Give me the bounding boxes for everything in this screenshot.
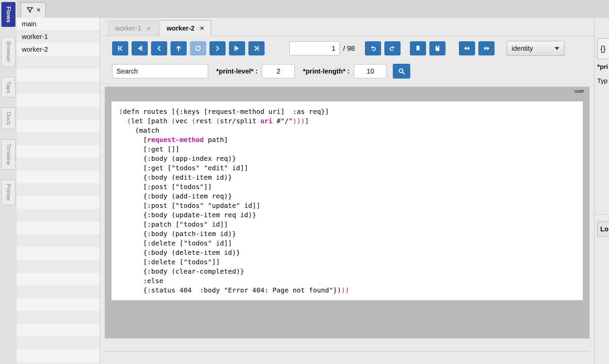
top-strip: × <box>17 0 609 17</box>
right-panel-text-2: Typ <box>597 77 608 85</box>
code-line: {:status 404 :body "Error 404: Page not … <box>119 285 575 295</box>
code-line: {:body (clear-completed)} <box>119 267 575 276</box>
search-button[interactable] <box>393 64 410 79</box>
print-length-input[interactable] <box>354 64 387 78</box>
thread-tab-label: worker-1 <box>115 25 141 32</box>
side-tab-timeline[interactable]: Timeline <box>1 139 15 170</box>
step-next-icon <box>214 45 221 52</box>
dropdown-value: identity <box>512 45 533 52</box>
undo-button[interactable] <box>365 41 381 55</box>
step-out-button[interactable] <box>171 41 187 55</box>
step-prev-over-button[interactable] <box>132 41 148 55</box>
side-tab-label: Printer <box>5 184 12 201</box>
print-level-input[interactable] <box>262 64 295 78</box>
step-last-icon <box>253 45 260 52</box>
side-tab-browser[interactable]: Browser <box>1 37 15 66</box>
undo-icon <box>369 45 377 52</box>
side-tab-label: Taps <box>5 81 12 93</box>
code-line: {:body (update-item req id)} <box>119 210 575 220</box>
close-icon[interactable]: × <box>37 6 41 14</box>
side-tab-printer[interactable]: Printer <box>1 180 15 205</box>
code-line: [:get []] <box>119 144 575 154</box>
side-tab-flows[interactable]: Flows <box>1 2 15 27</box>
code-panel[interactable]: (defn routes [{:keys [request-method uri… <box>111 101 583 300</box>
flow-main-panel: worker-1 × worker-2 × <box>100 17 594 364</box>
filter-tab[interactable]: × <box>21 2 46 17</box>
step-next-button[interactable] <box>209 41 226 55</box>
flow-list: main worker-1 worker-2 <box>17 17 100 364</box>
save-bookmark-icon <box>434 45 441 52</box>
value-transform-dropdown[interactable]: identity <box>507 41 564 56</box>
toolbar-divider <box>100 84 590 84</box>
code-line: {:body (patch-item id)} <box>119 229 575 238</box>
search-toolbar: *print-level* : *print-length* : <box>112 64 410 79</box>
code-line: [request-method path] <box>119 135 575 144</box>
code-block: (defn routes [{:keys [request-method uri… <box>119 107 575 295</box>
code-line: [:delete ["todos" id]] <box>119 238 575 248</box>
thread-tabbar: worker-1 × worker-2 × <box>100 20 594 36</box>
code-line: (let [path (vec (rest (str/split uri #"/… <box>119 116 575 126</box>
code-line: {:body (add-item req)} <box>119 191 575 201</box>
code-line: [:get ["todos" "edit" id]] <box>119 163 575 173</box>
code-line: [:post ["todos"]] <box>119 182 575 191</box>
print-level-label: *print-level* : <box>216 67 257 75</box>
refresh-button[interactable] <box>190 41 206 55</box>
code-line: {:body (delete-item id)} <box>119 248 575 257</box>
bookmark-button[interactable] <box>410 41 426 55</box>
step-first-icon <box>116 45 124 52</box>
jump-backward-button[interactable] <box>459 41 475 55</box>
filter-icon <box>26 6 34 14</box>
step-prev-over-icon <box>136 45 143 52</box>
code-line: {:body (app-index req)} <box>119 154 575 163</box>
step-prev-icon <box>155 45 163 52</box>
flow-item-main[interactable]: main <box>17 17 100 30</box>
step-next-over-button[interactable] <box>229 41 245 55</box>
chevron-down-icon <box>555 47 559 50</box>
print-length-label: *print-length* : <box>303 67 349 75</box>
thread-code-area: user (defn routes [{:keys [request-metho… <box>105 87 590 338</box>
right-panel-divider <box>595 214 609 215</box>
code-line: (match <box>119 126 575 135</box>
jump-forward-button[interactable] <box>478 41 495 55</box>
code-line: (defn routes [{:keys [request-method uri… <box>119 107 575 116</box>
right-panel-text-1: *pri <box>597 63 608 71</box>
code-line: :else <box>119 276 575 285</box>
thread-tab-label: worker-2 <box>167 25 194 32</box>
locals-header: Lo <box>597 222 609 236</box>
code-line: [:delete ["todos"]] <box>119 257 575 267</box>
step-next-over-icon <box>233 45 241 52</box>
side-tab-docs[interactable]: Docs <box>1 107 15 129</box>
side-tab-taps[interactable]: Taps <box>1 77 15 98</box>
search-icon <box>397 67 406 75</box>
code-line: [:patch ["todos" id]] <box>119 220 575 229</box>
code-line: [:post ["todos" "update" id]] <box>119 201 575 210</box>
redo-button[interactable] <box>384 41 401 55</box>
bookmark-icon <box>414 45 422 52</box>
position-total-label: / 98 <box>343 44 355 52</box>
refresh-icon <box>194 45 202 52</box>
step-prev-button[interactable] <box>151 41 167 55</box>
thread-user-label: user <box>574 88 584 94</box>
side-tab-label: Timeline <box>5 144 12 165</box>
step-first-button[interactable] <box>112 41 128 55</box>
close-icon[interactable]: × <box>200 24 204 32</box>
left-right-arrow-icon <box>463 45 471 52</box>
code-line: {:body (edit-item id)} <box>119 173 575 182</box>
flow-item-worker-2[interactable]: worker-2 <box>17 43 100 56</box>
close-icon[interactable]: × <box>147 25 151 33</box>
redo-icon <box>389 45 396 52</box>
left-right-arrow-icon <box>483 45 490 52</box>
right-value-panel: {} *pri Typ Lo <box>594 17 609 364</box>
search-input[interactable] <box>112 64 208 78</box>
step-toolbar: / 98 identity <box>112 41 564 56</box>
thread-tab-worker-2[interactable]: worker-2 × <box>159 20 211 36</box>
bottom-divider <box>105 351 590 352</box>
position-input[interactable] <box>289 41 340 55</box>
flow-item-worker-1[interactable]: worker-1 <box>17 30 100 43</box>
brace-button[interactable]: {} <box>597 38 609 59</box>
thread-tab-worker-1[interactable]: worker-1 × <box>108 21 158 36</box>
step-last-button[interactable] <box>248 41 265 55</box>
save-bookmark-button[interactable] <box>429 41 446 55</box>
side-tab-label: Docs <box>5 112 12 125</box>
step-out-icon <box>175 45 182 52</box>
